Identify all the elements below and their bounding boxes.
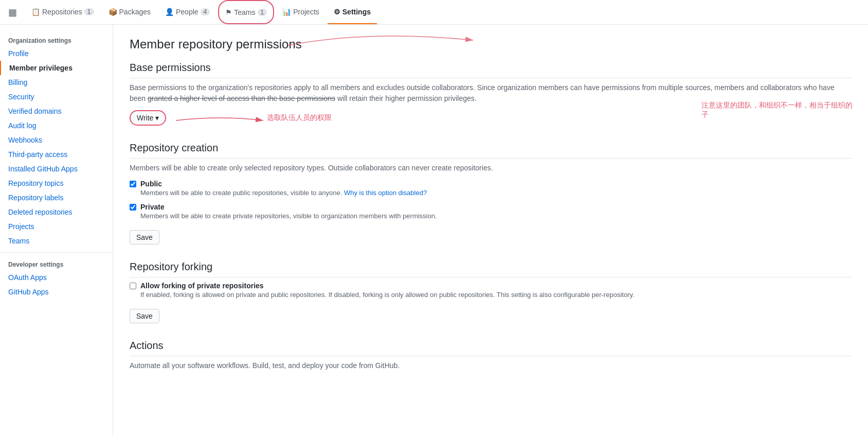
- tab-projects[interactable]: 📊 Projects: [276, 0, 326, 24]
- main-content: 注意这里的团队，和组织不一样，相当于组织的子 Member repository…: [113, 25, 868, 436]
- tab-repositories[interactable]: 📋 Repositories 1: [25, 0, 100, 24]
- sidebar-item-member-privileges[interactable]: Member privileges: [0, 61, 113, 75]
- sidebar-item-projects[interactable]: Projects: [0, 219, 113, 234]
- forking-label: Allow forking of private repositories: [140, 282, 635, 290]
- tab-repositories-label: Repositories: [42, 8, 82, 16]
- sidebar: Organization settings Profile Member pri…: [0, 25, 113, 436]
- private-repo-label: Private: [140, 203, 437, 211]
- repository-creation-desc: Members will be able to create only sele…: [130, 163, 852, 173]
- forking-desc: If enabled, forking is allowed on privat…: [140, 291, 635, 299]
- public-repo-label: Public: [140, 180, 427, 188]
- private-repo-checkbox[interactable]: [130, 204, 136, 211]
- sidebar-item-installed-github-apps[interactable]: Installed GitHub Apps: [0, 162, 113, 176]
- section-base-permissions: Base permissions Base permissions to the…: [130, 62, 852, 126]
- sidebar-item-webhooks[interactable]: Webhooks: [0, 133, 113, 147]
- sidebar-item-verified-domains[interactable]: Verified domains: [0, 104, 113, 118]
- tab-packages-label: Packages: [119, 8, 151, 16]
- public-repo-content: Public Members will be able to create pu…: [140, 180, 427, 197]
- forking-save-button[interactable]: Save: [130, 309, 159, 323]
- nav-tabs: 📋 Repositories 1 📦 Packages 👤 People 4 ⚑…: [25, 0, 377, 24]
- private-repo-content: Private Members will be able to create p…: [140, 203, 437, 220]
- org-settings-title: Organization settings: [0, 33, 113, 46]
- repository-forking-title: Repository forking: [130, 261, 852, 277]
- page-layout: Organization settings Profile Member pri…: [0, 25, 868, 436]
- repository-creation-title: Repository creation: [130, 142, 852, 159]
- sidebar-item-profile[interactable]: Profile: [0, 46, 113, 61]
- section-repository-creation: Repository creation Members will be able…: [130, 142, 852, 245]
- tab-people[interactable]: 👤 People 4: [159, 0, 216, 24]
- sidebar-item-teams[interactable]: Teams: [0, 234, 113, 248]
- base-permissions-title: Base permissions: [130, 62, 852, 78]
- sidebar-item-security[interactable]: Security: [0, 90, 113, 104]
- sidebar-item-third-party-access[interactable]: Third-party access: [0, 147, 113, 162]
- dropdown-icon: ▾: [155, 114, 159, 122]
- page-title: Member repository permissions: [130, 37, 852, 51]
- tab-teams[interactable]: ⚑ Teams 1: [218, 0, 274, 24]
- people-icon: 👤: [165, 8, 174, 16]
- sidebar-item-oauth-apps[interactable]: OAuth Apps: [0, 270, 113, 285]
- tab-settings-label: Settings: [342, 8, 371, 16]
- sidebar-item-billing[interactable]: Billing: [0, 75, 113, 90]
- teams-icon: ⚑: [225, 8, 232, 16]
- sidebar-divider: [0, 252, 113, 253]
- settings-icon: ⚙: [334, 8, 340, 16]
- projects-icon: 📊: [282, 8, 291, 16]
- people-badge: 4: [201, 8, 210, 15]
- why-disabled-link[interactable]: Why is this option disabled?: [344, 189, 427, 197]
- repo-creation-save-button[interactable]: Save: [130, 230, 159, 245]
- public-repo-checkbox[interactable]: [130, 181, 136, 187]
- sidebar-item-audit-log[interactable]: Audit log: [0, 118, 113, 133]
- public-repo-row: Public Members will be able to create pu…: [130, 180, 852, 197]
- section-repository-forking: Repository forking Allow forking of priv…: [130, 261, 852, 323]
- repositories-badge: 1: [84, 8, 94, 15]
- sidebar-item-github-apps[interactable]: GitHub Apps: [0, 285, 113, 299]
- private-repo-desc: Members will be able to create private r…: [140, 212, 437, 220]
- tab-people-label: People: [176, 8, 198, 16]
- tab-settings[interactable]: ⚙ Settings: [328, 0, 377, 24]
- private-repo-row: Private Members will be able to create p…: [130, 203, 852, 220]
- sidebar-item-deleted-repositories[interactable]: Deleted repositories: [0, 205, 113, 219]
- write-label: Write: [137, 114, 153, 122]
- tab-projects-label: Projects: [293, 8, 319, 16]
- annotation-write-label: 选取队伍人员的权限: [267, 113, 332, 123]
- tab-packages[interactable]: 📦 Packages: [102, 0, 157, 24]
- actions-desc: Automate all your software workflows. Bu…: [130, 360, 852, 371]
- forking-content: Allow forking of private repositories If…: [140, 282, 635, 299]
- public-repo-desc: Members will be able to create public re…: [140, 189, 427, 197]
- actions-title: Actions: [130, 340, 852, 356]
- sidebar-item-repository-labels[interactable]: Repository labels: [0, 190, 113, 205]
- dev-settings-title: Developer settings: [0, 257, 113, 270]
- section-actions: Actions Automate all your software workf…: [130, 340, 852, 371]
- packages-icon: 📦: [109, 8, 117, 16]
- sidebar-item-repository-topics[interactable]: Repository topics: [0, 176, 113, 190]
- top-navigation: ▦ 📋 Repositories 1 📦 Packages 👤 People 4…: [0, 0, 868, 25]
- tab-teams-label: Teams: [234, 8, 255, 16]
- github-logo: ▦: [8, 7, 17, 18]
- forking-row: Allow forking of private repositories If…: [130, 282, 852, 299]
- forking-checkbox[interactable]: [130, 283, 136, 289]
- teams-badge: 1: [258, 9, 267, 16]
- write-dropdown-button[interactable]: Write ▾: [130, 110, 166, 126]
- repo-icon: 📋: [31, 8, 40, 16]
